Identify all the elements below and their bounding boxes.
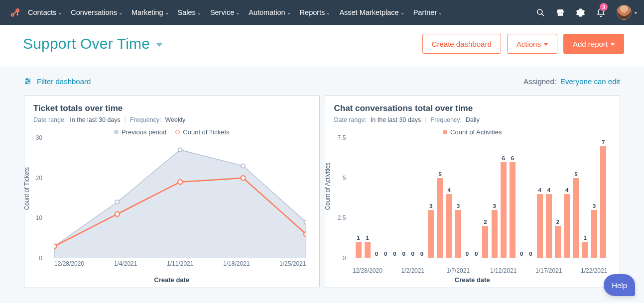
chart-line: Count of Tickets 0102030 12/28/20201/4/2… bbox=[33, 138, 310, 275]
bar bbox=[365, 242, 371, 258]
actions-button[interactable]: Actions bbox=[507, 34, 557, 54]
bar-col: 3 bbox=[490, 203, 499, 258]
bar-col: 0 bbox=[472, 251, 481, 258]
bar-col: 0 bbox=[399, 251, 408, 258]
meta-val: Weekly bbox=[165, 116, 186, 123]
bell-icon[interactable]: 3 bbox=[596, 6, 606, 18]
card-meta: Date range: In the last 30 days | Freque… bbox=[33, 116, 310, 123]
svg-point-5 bbox=[16, 14, 18, 16]
bar-value-label: 3 bbox=[493, 203, 496, 209]
bar-col: 4 bbox=[535, 187, 544, 258]
add-report-label: Add report bbox=[573, 40, 608, 48]
bar-value-label: 3 bbox=[593, 203, 596, 209]
svg-point-20 bbox=[115, 212, 120, 216]
bar-col: 2 bbox=[481, 219, 490, 258]
dashboard-selector[interactable]: Support Over Time bbox=[23, 35, 163, 52]
nav-item-sales[interactable]: Sales⌄ bbox=[178, 8, 201, 16]
page-title: Support Over Time bbox=[23, 35, 150, 52]
assigned-link[interactable]: Everyone can edit bbox=[560, 77, 620, 86]
add-report-button[interactable]: Add report bbox=[563, 34, 624, 54]
bar-value-label: 5 bbox=[438, 171, 441, 177]
nav-item-conversations[interactable]: Conversations⌄ bbox=[71, 8, 123, 16]
bar bbox=[501, 162, 507, 258]
search-icon[interactable] bbox=[536, 6, 545, 18]
bar-col: 3 bbox=[590, 203, 599, 258]
bar-col: 0 bbox=[526, 251, 535, 258]
assigned-label: Assigned: bbox=[523, 77, 556, 86]
nav-item-label: Automation bbox=[249, 8, 285, 16]
avatar bbox=[617, 5, 632, 20]
nav-item-marketing[interactable]: Marketing⌄ bbox=[131, 8, 169, 16]
card-meta: Date range: In the last 30 days | Freque… bbox=[334, 116, 611, 123]
help-label: Help bbox=[612, 281, 627, 290]
nav-item-contacts[interactable]: Contacts⌄ bbox=[28, 8, 62, 16]
bar-col: 0 bbox=[517, 251, 526, 258]
meta-val: Daily bbox=[466, 116, 480, 123]
bar-col: 3 bbox=[426, 203, 435, 258]
card-ticket-totals: Ticket totals over time Date range: In t… bbox=[24, 95, 320, 288]
page-header: Support Over Time Create dashboard Actio… bbox=[0, 25, 644, 67]
notification-badge: 3 bbox=[600, 3, 608, 11]
bar-value-label: 2 bbox=[484, 219, 487, 225]
bar-col: 1 bbox=[354, 235, 363, 258]
svg-point-15 bbox=[115, 200, 119, 204]
nav-item-label: Asset Marketplace bbox=[339, 8, 398, 16]
chevron-down-icon: ⌄ bbox=[287, 10, 291, 15]
marketplace-icon[interactable] bbox=[556, 6, 565, 18]
chevron-down-icon: ▾ bbox=[635, 10, 637, 15]
bar-value-label: 3 bbox=[429, 203, 432, 209]
legend: Previous period Count of Tickets bbox=[33, 128, 310, 136]
bar-value-label: 0 bbox=[529, 251, 532, 257]
chevron-down-icon bbox=[544, 43, 548, 46]
nav-item-label: Marketing bbox=[131, 8, 163, 16]
nav-item-automation[interactable]: Automation⌄ bbox=[249, 8, 290, 16]
filter-dashboard-button[interactable]: Filter dashboard bbox=[24, 77, 91, 86]
gear-icon[interactable] bbox=[576, 6, 585, 18]
svg-line-3 bbox=[13, 11, 16, 14]
nav-item-partner[interactable]: Partner⌄ bbox=[413, 8, 443, 16]
bar bbox=[564, 194, 570, 258]
chart-bar: Count of Activities 02.557.5 11000000354… bbox=[334, 138, 611, 275]
chevron-down-icon: ⌄ bbox=[165, 10, 169, 15]
nav-item-label: Contacts bbox=[28, 8, 56, 16]
bar-col: 0 bbox=[417, 251, 426, 258]
bar-col: 0 bbox=[381, 251, 390, 258]
bar bbox=[591, 210, 597, 258]
bar-col: 6 bbox=[499, 155, 508, 258]
card-chat-conversations: Chat conversations total over time Date … bbox=[325, 95, 621, 288]
bar-col: 6 bbox=[508, 155, 517, 258]
bar bbox=[555, 226, 561, 258]
meta-key: Date range: bbox=[33, 116, 66, 123]
nav-item-service[interactable]: Service⌄ bbox=[210, 8, 240, 16]
hubspot-logo-icon[interactable] bbox=[6, 7, 25, 18]
help-button[interactable]: Help bbox=[604, 274, 635, 296]
nav-item-asset-marketplace[interactable]: Asset Marketplace⌄ bbox=[339, 8, 404, 16]
bar-value-label: 1 bbox=[583, 235, 586, 241]
chevron-down-icon: ⌄ bbox=[58, 10, 62, 15]
bar bbox=[428, 210, 434, 258]
chevron-down-icon bbox=[611, 43, 615, 46]
bar bbox=[582, 242, 588, 258]
bar-value-label: 0 bbox=[466, 251, 469, 257]
bar bbox=[537, 194, 543, 258]
svg-point-22 bbox=[241, 176, 246, 180]
create-dashboard-button[interactable]: Create dashboard bbox=[422, 34, 501, 54]
chevron-down-icon bbox=[156, 43, 163, 47]
profile-menu[interactable]: ▾ bbox=[617, 5, 637, 20]
card-title: Ticket totals over time bbox=[33, 103, 310, 113]
bar-value-label: 4 bbox=[447, 187, 450, 193]
bar-col: 4 bbox=[562, 187, 571, 258]
bar-col: 1 bbox=[363, 235, 372, 258]
top-navbar: Contacts⌄Conversations⌄Marketing⌄Sales⌄S… bbox=[0, 0, 644, 25]
chevron-down-icon: ⌄ bbox=[119, 10, 123, 15]
chevron-down-icon: ⌄ bbox=[438, 10, 442, 15]
bar-col: 4 bbox=[544, 187, 553, 258]
bar-value-label: 0 bbox=[520, 251, 523, 257]
nav-item-label: Sales bbox=[178, 8, 196, 16]
bar-col: 4 bbox=[445, 187, 454, 258]
chevron-down-icon: ⌄ bbox=[400, 10, 404, 15]
create-dashboard-label: Create dashboard bbox=[432, 40, 492, 48]
bar bbox=[546, 194, 552, 258]
bar bbox=[600, 146, 606, 258]
nav-item-reports[interactable]: Reports⌄ bbox=[300, 8, 331, 16]
